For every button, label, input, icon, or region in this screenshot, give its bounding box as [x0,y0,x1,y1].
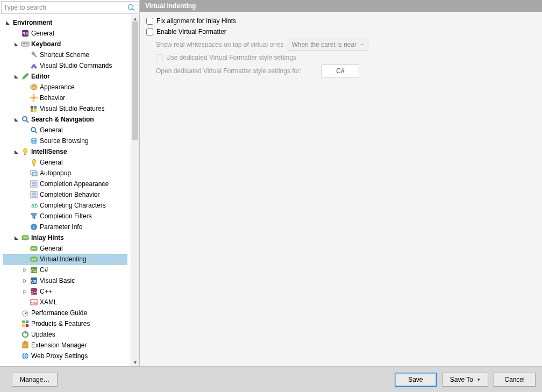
tree-item-inlay-hints[interactable]: Inlay Hints [0,232,131,243]
svg-rect-69 [24,341,26,343]
tree-item-general[interactable]: General [0,243,131,254]
svg-rect-65 [22,324,25,327]
content-panel: Virtual Indenting Fix alignment for Inla… [140,0,542,366]
expander-icon[interactable] [23,279,29,283]
tree-item-editor[interactable]: Editor [0,71,131,82]
expander-icon[interactable] [14,149,20,154]
tree-item-label: C++ [40,288,52,295]
svg-rect-64 [26,320,28,323]
puzzle-icon [30,104,38,113]
tree-item-visual-studio-commands[interactable]: Visual Studio Commands [0,60,131,71]
manage-button[interactable]: Manage… [12,373,58,387]
search-input[interactable] [4,4,127,11]
use-dedicated-row: Use dedicated Virtual Formatter style se… [156,54,536,61]
svg-line-22 [26,120,28,123]
tree-item-completion-behavior[interactable]: Completion Behavior [0,189,131,200]
svg-rect-17 [31,106,33,109]
show-real-whitespaces-row: Show real whitespaces on top of virtual … [156,39,536,51]
tree-item-shortcut-scheme[interactable]: Shortcut Scheme [0,49,131,60]
expander-icon[interactable] [5,20,12,25]
tree-item-label: General [40,245,63,252]
tree-item-behavior[interactable]: Behavior [0,92,131,103]
tree-item-environment[interactable]: Environment [0,17,131,28]
settings-tree[interactable]: EnvironmentR#GeneralKeyboardShortcut Sch… [0,15,131,366]
tree-item-general[interactable]: R#General [0,28,131,39]
cancel-button[interactable]: Cancel [494,373,536,387]
open-dedicated-button[interactable]: C# [322,65,359,77]
tree-item-search-navigation[interactable]: Search & Navigation [0,114,131,125]
svg-point-45 [26,237,27,238]
tree-item-parameter-info[interactable]: iParameter Info [0,222,131,232]
content-body: Fix alignment for Inlay Hints Enable Vir… [140,12,542,366]
svg-rect-46 [31,246,37,251]
tree-item-updates[interactable]: Updates [0,329,131,340]
keyboard-icon [21,40,30,48]
enable-virtual-formatter-checkbox[interactable] [146,28,153,35]
tree-item-label: Updates [31,331,55,338]
svg-point-50 [32,259,33,260]
svg-point-0 [129,5,133,10]
tree-item-label: General [31,30,54,37]
svg-rect-5 [23,43,24,44]
tree-item-visual-basic[interactable]: VBVisual Basic [0,275,131,286]
tree-item-xaml[interactable]: XMLXAML [0,297,131,308]
tree-item-c-[interactable]: C#C# [0,265,131,275]
tree-item-autopopup[interactable]: Autopopup [0,168,131,179]
tree-item-label: Editor [31,73,50,80]
tree-item-completion-filters[interactable]: Completion Filters [0,211,131,222]
fix-alignment-checkbox[interactable] [146,18,153,25]
fix-alignment-checkbox-row[interactable]: Fix alignment for Inlay Hints [146,17,536,25]
svg-line-24 [35,131,37,133]
tree-item-label: Parameter Info [40,223,82,231]
main-area: EnvironmentR#GeneralKeyboardShortcut Sch… [0,0,542,367]
scroll-down-icon[interactable]: ▼ [131,359,139,366]
enable-virtual-formatter-label: Enable Virtual Formatter [156,28,226,35]
scrollbar[interactable]: ▲ ▼ [131,15,139,366]
tree-item-label: Completion Appearance [40,180,109,188]
expander-icon[interactable] [14,42,20,47]
expander-icon[interactable] [14,117,20,122]
globe-icon [30,137,38,145]
tree-item-general[interactable]: General [0,125,131,136]
tree-item-completion-appearance[interactable]: Completion Appearance [0,179,131,189]
tree-item-intellisense[interactable]: IntelliSense [0,146,131,157]
svg-point-10 [33,85,34,86]
tree-item-virtual-indenting[interactable]: Virtual Indenting [3,254,127,265]
save-button[interactable]: Save [395,373,437,387]
svg-point-47 [32,248,33,249]
tree-item-appearance[interactable]: Appearance [0,82,131,92]
svg-rect-19 [31,109,33,112]
tree-item-label: General [40,159,63,166]
csharp-icon: C# [30,266,38,274]
tree-item-label: Keyboard [31,40,61,48]
show-real-whitespaces-select[interactable]: When the caret is near [288,39,368,51]
tree-item-completing-characters[interactable]: abCompleting Characters [0,200,131,211]
search-box[interactable] [1,1,138,14]
expander-icon[interactable] [14,236,20,240]
tree-item-visual-studio-features[interactable]: Visual Studio Features [0,103,131,114]
tree-item-performance-guide[interactable]: Performance Guide [0,308,131,318]
tree-item-extension-manager[interactable]: Extension Manager [0,340,131,351]
scroll-thumb[interactable] [132,22,138,140]
tree-item-label: Completion Behavior [40,191,99,198]
save-to-button[interactable]: Save To [442,373,488,387]
tree-container: EnvironmentR#GeneralKeyboardShortcut Sch… [0,15,139,366]
enable-virtual-formatter-row[interactable]: Enable Virtual Formatter [146,28,536,35]
tree-item-label: Appearance [40,83,75,91]
expander-icon[interactable] [14,74,20,79]
hint-icon [30,255,38,263]
svg-point-23 [31,127,35,132]
svg-point-51 [34,259,35,260]
tree-item-c-[interactable]: C++C++ [0,286,131,297]
expander-icon[interactable] [23,289,29,294]
wrench-icon [30,51,38,59]
tree-item-general[interactable]: General [0,157,131,168]
tree-item-keyboard[interactable]: Keyboard [0,39,131,49]
tree-item-products-features[interactable]: Products & Features [0,318,131,329]
hint-icon [21,233,30,242]
expander-icon[interactable] [23,268,29,273]
tree-item-source-browsing[interactable]: Source Browsing [0,136,131,146]
tree-item-web-proxy-settings[interactable]: Web Proxy Settings [0,351,131,361]
search-icon [127,3,136,12]
svg-text:R#: R# [22,31,28,37]
